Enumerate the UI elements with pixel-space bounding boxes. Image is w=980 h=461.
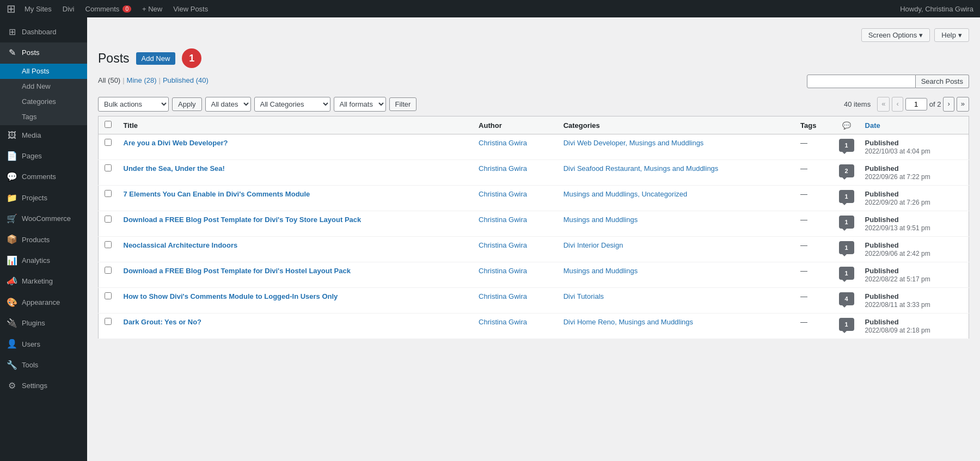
row-checkbox[interactable] xyxy=(105,164,112,171)
category-link[interactable]: Musings and Muddlings xyxy=(564,267,638,275)
author-link[interactable]: Christina Gwira xyxy=(479,216,527,224)
sidebar-item-analytics[interactable]: 📊 Analytics xyxy=(0,250,87,271)
sidebar-label-dashboard: Dashboard xyxy=(22,27,57,37)
bulk-actions-select[interactable]: Bulk actions Edit Move to Trash xyxy=(98,97,169,112)
comment-count-badge: 1 xyxy=(839,267,854,280)
sidebar-item-settings[interactable]: ⚙ Settings xyxy=(0,376,87,396)
row-checkbox[interactable] xyxy=(105,139,112,146)
sidebar-item-tools[interactable]: 🔧 Tools xyxy=(0,355,87,376)
next-page-button[interactable]: › xyxy=(943,97,954,111)
site-name-link[interactable]: Divi xyxy=(58,0,79,17)
help-button[interactable]: Help ▾ xyxy=(934,28,969,42)
all-categories-select[interactable]: All Categories xyxy=(254,97,330,112)
category-link[interactable]: Divi Seafood Restaurant, Musings and Mud… xyxy=(564,164,719,173)
last-page-button[interactable]: » xyxy=(957,97,969,111)
author-link[interactable]: Christina Gwira xyxy=(479,292,527,300)
row-categories-cell: Musings and Muddlings xyxy=(558,211,795,237)
post-title-link[interactable]: Download a FREE Blog Post Template for D… xyxy=(124,216,362,224)
category-link[interactable]: Divi Tutorials xyxy=(564,292,604,300)
category-link[interactable]: Divi Home Reno, Musings and Muddlings xyxy=(564,318,693,326)
sidebar-item-media[interactable]: 🖼 Media xyxy=(0,125,87,146)
category-link[interactable]: Musings and Muddlings xyxy=(564,216,638,224)
all-formats-select[interactable]: All formats xyxy=(334,97,386,112)
select-all-checkbox[interactable] xyxy=(105,121,112,128)
all-dates-select[interactable]: All dates xyxy=(205,97,251,112)
author-link[interactable]: Christina Gwira xyxy=(479,190,527,198)
sidebar-item-pages[interactable]: 📄 Pages xyxy=(0,146,87,167)
post-title-link[interactable]: 7 Elements You Can Enable in Divi's Comm… xyxy=(124,190,310,198)
comment-count-badge: 1 xyxy=(839,216,854,229)
tags-value: — xyxy=(800,139,807,147)
post-title-link[interactable]: Neoclassical Architecture Indoors xyxy=(124,241,238,249)
view-posts-link[interactable]: View Posts xyxy=(169,0,212,17)
row-checkbox[interactable] xyxy=(105,318,112,325)
date-value: 2022/08/22 at 5:17 pm xyxy=(865,275,930,283)
row-checkbox-cell xyxy=(99,262,118,288)
row-checkbox[interactable] xyxy=(105,241,112,248)
post-title-link[interactable]: Are you a Divi Web Developer? xyxy=(124,139,228,147)
sidebar-subitem-all-posts[interactable]: All Posts xyxy=(0,64,87,79)
date-status: Published xyxy=(865,164,899,173)
author-link[interactable]: Christina Gwira xyxy=(479,139,527,147)
sidebar-subitem-categories[interactable]: Categories xyxy=(0,94,87,109)
category-link[interactable]: Divi Interior Design xyxy=(564,241,623,249)
sidebar-item-plugins[interactable]: 🔌 Plugins xyxy=(0,313,87,334)
search-posts-input[interactable] xyxy=(807,75,916,88)
current-page-input[interactable] xyxy=(905,98,927,110)
prev-page-button[interactable]: ‹ xyxy=(892,97,903,111)
new-content-link[interactable]: + New xyxy=(138,0,167,17)
screen-options-button[interactable]: Screen Options ▾ xyxy=(861,28,930,42)
row-comments-cell: 1 xyxy=(834,262,860,288)
row-checkbox[interactable] xyxy=(105,267,112,274)
date-status: Published xyxy=(865,241,899,249)
tools-icon: 🔧 xyxy=(7,359,17,371)
sidebar-item-dashboard[interactable]: ⊞ Dashboard xyxy=(0,22,87,42)
comment-count-badge: 1 xyxy=(839,139,854,152)
sidebar-item-marketing[interactable]: 📣 Marketing xyxy=(0,271,87,292)
category-link[interactable]: Divi Web Developer, Musings and Muddling… xyxy=(564,139,704,147)
mine-posts-link[interactable]: Mine (28) xyxy=(127,76,157,84)
sidebar-item-appearance[interactable]: 🎨 Appearance xyxy=(0,292,87,313)
author-link[interactable]: Christina Gwira xyxy=(479,318,527,326)
wp-logo-icon[interactable]: ⊞ xyxy=(7,2,16,15)
post-title-link[interactable]: How to Show Divi's Comments Module to Lo… xyxy=(124,292,338,300)
row-checkbox[interactable] xyxy=(105,216,112,223)
search-posts-button[interactable]: Search Posts xyxy=(916,75,969,88)
post-title-link[interactable]: Download a FREE Blog Post Template for D… xyxy=(124,267,351,275)
sidebar-subitem-add-new[interactable]: Add New xyxy=(0,79,87,94)
date-value: 2022/10/03 at 4:04 pm xyxy=(865,147,930,155)
author-link[interactable]: Christina Gwira xyxy=(479,164,527,173)
author-link[interactable]: Christina Gwira xyxy=(479,267,527,275)
sidebar-item-woocommerce[interactable]: 🛒 WooCommerce xyxy=(0,208,87,229)
row-categories-cell: Divi Web Developer, Musings and Muddling… xyxy=(558,134,795,160)
filter-button[interactable]: Filter xyxy=(389,97,417,111)
row-checkbox[interactable] xyxy=(105,292,112,299)
sidebar-item-posts[interactable]: ✎ Posts xyxy=(0,42,87,63)
sidebar-subitem-tags[interactable]: Tags xyxy=(0,109,87,125)
apply-button[interactable]: Apply xyxy=(172,97,202,111)
row-checkbox[interactable] xyxy=(105,190,112,197)
comments-link[interactable]: Comments 0 xyxy=(81,0,136,17)
category-link[interactable]: Musings and Muddlings, Uncategorized xyxy=(564,190,688,198)
sidebar-item-users[interactable]: 👤 Users xyxy=(0,334,87,354)
post-title-link[interactable]: Dark Grout: Yes or No? xyxy=(124,318,202,326)
sidebar-item-products[interactable]: 📦 Products xyxy=(0,229,87,250)
author-link[interactable]: Christina Gwira xyxy=(479,241,527,249)
sidebar-label-users: Users xyxy=(22,340,40,349)
comments-menu-icon: 💬 xyxy=(7,171,17,183)
sidebar-item-projects[interactable]: 📁 Projects xyxy=(0,188,87,208)
sidebar-item-comments[interactable]: 💬 Comments xyxy=(0,167,87,187)
my-sites-link[interactable]: My Sites xyxy=(20,0,56,17)
all-posts-link[interactable]: All (50) xyxy=(98,76,120,84)
row-author-cell: Christina Gwira xyxy=(473,134,558,160)
published-posts-link[interactable]: Published (40) xyxy=(163,76,209,84)
row-checkbox-cell xyxy=(99,211,118,237)
add-new-button[interactable]: Add New xyxy=(136,52,176,65)
products-icon: 📦 xyxy=(7,233,17,245)
first-page-button[interactable]: « xyxy=(877,97,890,111)
row-date-cell: Published 2022/10/03 at 4:04 pm xyxy=(860,134,969,160)
comments-label: Comments xyxy=(85,5,120,13)
post-title-link[interactable]: Under the Sea, Under the Sea! xyxy=(124,164,225,173)
row-checkbox-cell xyxy=(99,160,118,186)
row-comments-cell: 2 xyxy=(834,160,860,186)
